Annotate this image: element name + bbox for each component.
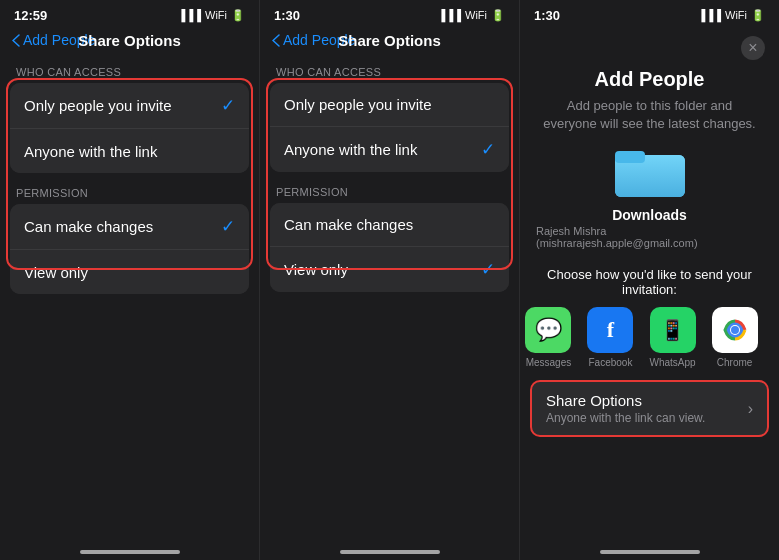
add-people-header: × — [520, 28, 779, 64]
wifi-icon-3: WiFi — [725, 9, 747, 21]
access-options-group-1: Only people you invite ✓ Anyone with the… — [10, 83, 249, 173]
battery-icon: 🔋 — [231, 9, 245, 22]
chevron-right-icon: › — [748, 400, 753, 418]
check-link-2: ✓ — [481, 139, 495, 160]
status-icons-2: ▐▐▐ WiFi 🔋 — [438, 9, 505, 22]
status-icons-1: ▐▐▐ WiFi 🔋 — [178, 9, 245, 22]
app-icons-row: 💬 Messages f Facebook 📱 WhatsApp — [520, 307, 779, 380]
list-item[interactable]: View only ✓ — [270, 247, 509, 292]
list-item[interactable]: Only people you invite ✓ — [10, 83, 249, 129]
status-icons-3: ▐▐▐ WiFi 🔋 — [698, 9, 765, 22]
list-item[interactable]: Only people you invite — [270, 83, 509, 127]
invite-section-label: Choose how you'd like to send your invit… — [520, 259, 779, 307]
svg-point-6 — [731, 326, 739, 334]
list-item[interactable]: Can make changes — [270, 203, 509, 247]
whatsapp-icon: 📱 — [650, 307, 696, 353]
messages-label: Messages — [526, 357, 572, 368]
status-bar-2: 1:30 ▐▐▐ WiFi 🔋 — [260, 0, 519, 28]
permission-header-2: PERMISSION — [260, 176, 519, 203]
share-options-row[interactable]: Share Options Anyone with the link can v… — [530, 380, 769, 437]
status-bar-3: 1:30 ▐▐▐ WiFi 🔋 — [520, 0, 779, 28]
svg-rect-2 — [615, 151, 645, 163]
whatsapp-label: WhatsApp — [649, 357, 695, 368]
list-item[interactable]: Can make changes ✓ — [10, 204, 249, 250]
facebook-icon: f — [587, 307, 633, 353]
status-bar-1: 12:59 ▐▐▐ WiFi 🔋 — [0, 0, 259, 28]
check-changes-1: ✓ — [221, 216, 235, 237]
panel-2: 1:30 ▐▐▐ WiFi 🔋 Add People Share Options… — [260, 0, 520, 560]
battery-icon-2: 🔋 — [491, 9, 505, 22]
list-item[interactable]: View only — [10, 250, 249, 294]
time-2: 1:30 — [274, 8, 300, 23]
permission-group-2: Can make changes View only ✓ — [270, 203, 509, 292]
anyone-link-label-1: Anyone with the link — [24, 143, 157, 160]
anyone-link-label-2: Anyone with the link — [284, 141, 417, 158]
who-can-access-header-2: WHO CAN ACCESS — [260, 56, 519, 83]
chrome-icon — [712, 307, 758, 353]
nav-title-1: Share Options — [78, 32, 181, 49]
share-options-sub: Anyone with the link can view. — [546, 411, 705, 425]
nav-title-2: Share Options — [338, 32, 441, 49]
check-invite-1: ✓ — [221, 95, 235, 116]
signal-icon-2: ▐▐▐ — [438, 9, 461, 21]
folder-owner: Rajesh Mishra (mishrarajesh.apple@gmail.… — [536, 225, 763, 249]
wifi-icon-2: WiFi — [465, 9, 487, 21]
folder-container: Downloads Rajesh Mishra (mishrarajesh.ap… — [520, 145, 779, 259]
close-button[interactable]: × — [741, 36, 765, 60]
app-whatsapp[interactable]: 📱 WhatsApp — [649, 307, 695, 368]
add-people-description: Add people to this folder and everyone w… — [520, 97, 779, 145]
check-view-only-2: ✓ — [481, 259, 495, 280]
only-invite-label-2: Only people you invite — [284, 96, 432, 113]
home-indicator-2 — [340, 550, 440, 554]
permission-group-1: Can make changes ✓ View only — [10, 204, 249, 294]
app-facebook[interactable]: f Facebook — [587, 307, 633, 368]
wifi-icon: WiFi — [205, 9, 227, 21]
panel-1: 12:59 ▐▐▐ WiFi 🔋 Add People Share Option… — [0, 0, 260, 560]
only-invite-label-1: Only people you invite — [24, 97, 172, 114]
app-messages[interactable]: 💬 Messages — [525, 307, 571, 368]
messages-icon: 💬 — [525, 307, 571, 353]
share-options-text: Share Options Anyone with the link can v… — [546, 392, 705, 425]
facebook-label: Facebook — [588, 357, 632, 368]
folder-name: Downloads — [612, 207, 687, 223]
view-only-label-2: View only — [284, 261, 348, 278]
who-can-access-header-1: WHO CAN ACCESS — [0, 56, 259, 83]
time-1: 12:59 — [14, 8, 47, 23]
nav-bar-1: Add People Share Options — [0, 28, 259, 56]
folder-icon — [615, 145, 685, 201]
nav-bar-2: Add People Share Options — [260, 28, 519, 56]
view-only-label-1: View only — [24, 264, 88, 281]
can-make-changes-label-2: Can make changes — [284, 216, 413, 233]
signal-icon-3: ▐▐▐ — [698, 9, 721, 21]
access-options-group-2: Only people you invite Anyone with the l… — [270, 83, 509, 172]
panel-3: 1:30 ▐▐▐ WiFi 🔋 × Add People Add people … — [520, 0, 779, 560]
signal-icon: ▐▐▐ — [178, 9, 201, 21]
list-item[interactable]: Anyone with the link — [10, 129, 249, 173]
share-options-label: Share Options — [546, 392, 705, 409]
time-3: 1:30 — [534, 8, 560, 23]
permission-header-1: PERMISSION — [0, 177, 259, 204]
can-make-changes-label-1: Can make changes — [24, 218, 153, 235]
home-indicator-1 — [80, 550, 180, 554]
battery-icon-3: 🔋 — [751, 9, 765, 22]
list-item[interactable]: Anyone with the link ✓ — [270, 127, 509, 172]
app-chrome[interactable]: Chrome — [712, 307, 758, 368]
home-indicator-3 — [600, 550, 700, 554]
chrome-label: Chrome — [717, 357, 753, 368]
add-people-title: Add People — [520, 64, 779, 97]
